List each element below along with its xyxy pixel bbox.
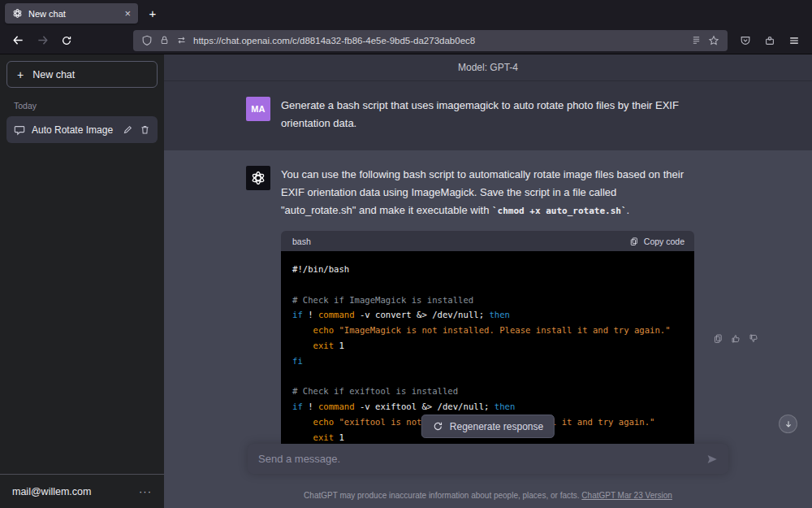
account-row[interactable]: mail@willem.com ···	[0, 474, 164, 508]
reload-button[interactable]	[55, 30, 78, 51]
thumbs-up-icon[interactable]	[731, 168, 741, 508]
reader-view-icon[interactable]	[691, 35, 702, 46]
tab-favicon-openai-icon	[12, 8, 23, 19]
model-header: Model: GPT-4	[164, 54, 812, 81]
url-text: https://chat.openai.com/c/d8814a32-fb86-…	[193, 36, 685, 46]
copy-code-label: Copy code	[644, 232, 685, 250]
tracking-protection-shield-icon[interactable]	[141, 35, 153, 46]
back-button[interactable]	[6, 30, 29, 51]
user-message-text: Generate a bash script that uses imagema…	[281, 97, 694, 132]
delete-trash-icon[interactable]	[140, 124, 150, 135]
https-lock-icon[interactable]	[159, 35, 170, 46]
refresh-icon	[433, 421, 443, 432]
browser-tab[interactable]: New chat ×	[5, 3, 138, 24]
app-area: + New chat Today Auto Rotate Image Bas	[0, 54, 812, 508]
footer-disclaimer: ChatGPT may produce inaccurate informati…	[304, 491, 579, 500]
message-input-bar	[248, 444, 728, 474]
sidebar: + New chat Today Auto Rotate Image Bas	[0, 54, 164, 508]
message-input[interactable]	[258, 453, 700, 465]
arrow-down-icon	[784, 419, 793, 429]
user-avatar: MA	[246, 97, 270, 121]
tab-close-icon[interactable]: ×	[124, 8, 131, 19]
browser-window: New chat × +	[0, 0, 812, 508]
pocket-save-icon[interactable]	[734, 30, 757, 51]
extensions-puzzle-icon[interactable]	[758, 30, 781, 51]
footer-version-link[interactable]: ChatGPT Mar 23 Version	[581, 491, 672, 500]
assistant-inline-code: `chmod +x auto_rotate.sh`	[492, 206, 627, 216]
new-chat-button[interactable]: + New chat	[6, 61, 158, 88]
user-message-row: MA Generate a bash script that uses imag…	[164, 81, 812, 150]
chat-main: Model: GPT-4 MA Generate a bash script t…	[164, 54, 812, 508]
code-language-label: bash	[292, 232, 311, 250]
account-overflow-dots-icon[interactable]: ···	[139, 485, 152, 497]
menu-hamburger-icon[interactable]	[783, 30, 806, 51]
edit-pencil-icon[interactable]	[123, 124, 133, 135]
clipboard-icon	[629, 237, 639, 246]
tab-strip: New chat × +	[0, 0, 812, 27]
send-paper-plane-icon[interactable]	[706, 454, 718, 465]
site-permissions-icon[interactable]	[176, 35, 187, 46]
chat-bubble-icon	[14, 124, 25, 136]
forward-button[interactable]	[31, 30, 54, 51]
thumbs-down-icon[interactable]	[749, 168, 759, 508]
bookmark-star-icon[interactable]	[708, 35, 719, 46]
history-section-label: Today	[14, 101, 164, 111]
chat-history-item[interactable]: Auto Rotate Image Bas	[6, 116, 158, 143]
new-tab-button[interactable]: +	[143, 4, 162, 24]
copy-code-button[interactable]: Copy code	[629, 232, 685, 250]
chat-item-title: Auto Rotate Image Bas	[32, 124, 116, 136]
navigation-toolbar: https://chat.openai.com/c/d8814a32-fb86-…	[0, 27, 812, 54]
assistant-avatar-openai-icon	[246, 166, 270, 190]
assistant-text-outro: .	[627, 204, 630, 216]
url-bar[interactable]: https://chat.openai.com/c/d8814a32-fb86-…	[133, 30, 728, 51]
account-email: mail@willem.com	[12, 486, 91, 497]
tab-title: New chat	[28, 9, 119, 19]
new-chat-label: New chat	[32, 69, 75, 80]
regenerate-label: Regenerate response	[450, 421, 543, 432]
chat-footer: ChatGPT may produce inaccurate informati…	[164, 491, 812, 500]
plus-icon: +	[17, 68, 24, 81]
scroll-down-button[interactable]	[779, 415, 797, 433]
regenerate-response-button[interactable]: Regenerate response	[421, 415, 555, 438]
code-block-header: bash Copy code	[281, 231, 694, 251]
